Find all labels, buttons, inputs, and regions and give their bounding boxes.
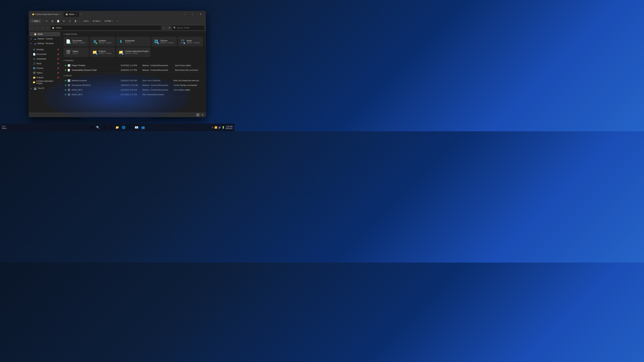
teams-button[interactable]: 👥 <box>140 124 146 130</box>
tab-home[interactable]: 🏠 Home ✕ <box>64 12 79 17</box>
address-path[interactable]: 🏠 › Home <box>51 25 161 30</box>
tab-contoso-icon: 📁 <box>32 13 34 15</box>
folder-card-pictures[interactable]: 🖼 Pictures Melissa - Contoso <box>152 37 177 46</box>
widgets-button[interactable]: ⊡ <box>108 124 114 130</box>
view-list-button[interactable]: ☰ <box>196 113 200 117</box>
tab-contoso[interactable]: 📁 Contoso Agriculture Project ✕ <box>30 12 64 17</box>
sidebar-item-personal[interactable]: ▶ ☁ Melissa - Personal <box>30 41 60 46</box>
share-button[interactable]: ↗ <box>67 18 72 24</box>
folder-card-projects[interactable]: 📁 Projects Melissa - Contoso <box>90 47 115 57</box>
windows-button[interactable]: ⊞ <box>88 124 94 130</box>
time-display: 2:30 PM <box>226 125 232 127</box>
rename-button[interactable]: ✏ <box>61 18 66 24</box>
downloads-icon: ⬇ <box>33 58 36 60</box>
sidebar-personal-chevron: ▶ <box>31 43 33 44</box>
sidebar-item-projects[interactable]: 📁 Projects 📌 <box>30 75 60 80</box>
new-button[interactable]: ＋ New ▾ <box>30 19 41 23</box>
path-dropdown[interactable]: ▾ <box>162 25 166 30</box>
store-button[interactable]: 🛍 <box>127 124 133 130</box>
paste-button[interactable]: 📋 <box>56 18 61 24</box>
cut-button[interactable]: ✂ <box>44 18 49 24</box>
wifi-icon: 📶 <box>214 126 217 129</box>
refresh-button[interactable]: ↺ <box>167 25 172 30</box>
desktop-folder-sub: Melissa - Contoso <box>99 42 112 44</box>
maximize-button[interactable]: □ <box>189 12 196 17</box>
tab-contoso-close[interactable]: ✕ <box>60 13 62 15</box>
more-button[interactable]: ⋯ <box>115 18 120 24</box>
copy-button[interactable]: ⧉ <box>50 18 55 24</box>
explorer-button[interactable]: 📁 <box>114 124 120 130</box>
minimize-button[interactable]: ─ <box>181 12 188 17</box>
sort-button[interactable]: ↕ Sort ▾ <box>81 19 91 23</box>
file-type-icon: 📝 <box>68 69 70 71</box>
clock[interactable]: 2:30 PM 4/5/2022 <box>226 125 232 129</box>
sidebar-item-music[interactable]: 🎵 Music 📌 <box>30 61 60 66</box>
filter-icon: ⊟ <box>105 20 106 22</box>
downloads-folder-sub: This PC <box>125 42 134 44</box>
add-tab-button[interactable]: + <box>79 12 84 16</box>
sidebar-item-documents[interactable]: 📄 Documents 📌 <box>30 52 60 56</box>
weather-temp: 71°F <box>2 126 6 127</box>
sidebar-downloads-label: Downloads <box>36 58 46 60</box>
videos-icon: 🎬 <box>33 72 36 74</box>
sidebar-item-agri[interactable]: 📁 Contoso Agriculture Project <box>30 80 60 84</box>
close-button[interactable]: ✕ <box>197 12 204 17</box>
downloads-pin-icon: 📌 <box>57 58 59 60</box>
search-button[interactable]: 🔍 <box>95 124 101 130</box>
sidebar-item-pictures[interactable]: 🖼 Pictures 📌 <box>30 66 60 70</box>
back-button[interactable]: ← <box>30 25 34 30</box>
file-status-dot <box>65 65 66 66</box>
taskview-button[interactable]: ❑ <box>102 124 107 130</box>
file-type-icon: 📊 <box>68 64 70 67</box>
system-tray: ∧ 📶 🔊 🔋 <box>212 126 224 129</box>
folder-card-videos[interactable]: 🎬 Videos This PC <box>64 47 89 57</box>
quick-access-header[interactable]: ▾ Quick access <box>64 33 203 35</box>
videos-pin-icon: 📌 <box>57 72 59 74</box>
up-button[interactable]: ↑ <box>46 25 50 30</box>
sidebar-item-desktop[interactable]: 🖥 Desktop 📌 <box>30 47 60 52</box>
favorites-chevron: ▾ <box>64 59 64 62</box>
sidebar-item-home[interactable]: 🏠 Home <box>30 32 60 36</box>
sidebar-desktop-label: Desktop <box>36 48 44 51</box>
edge-button[interactable]: 🌐 <box>121 124 126 130</box>
sidebar-item-contoso[interactable]: ▶ ☁ Melissa - Contoso <box>30 36 60 41</box>
toolbar-sep-2 <box>79 19 80 23</box>
favorites-header[interactable]: ▾ Favorites <box>64 59 203 62</box>
outlook-button[interactable]: 📧 <box>134 124 140 130</box>
desktop-folder-name: Desktop <box>99 39 112 42</box>
file-location: Melissa - Contoso\Documents <box>141 63 174 68</box>
folder-card-documents[interactable]: 📄 Documents Melissa - Contoso <box>64 37 89 46</box>
file-activity: Jack Purton edited <box>174 63 203 68</box>
sidebar-item-downloads[interactable]: ⬇ Downloads 📌 <box>30 57 60 61</box>
history-button[interactable]: ▾ <box>40 25 45 30</box>
sidebar-contoso-chevron: ▶ <box>31 38 33 39</box>
weather-widget[interactable]: 71°F Sunny <box>2 126 6 129</box>
tab-home-icon: 🏠 <box>66 13 68 15</box>
tab-home-close[interactable]: ✕ <box>75 13 77 15</box>
search-box[interactable]: 🔍 Search all files <box>172 25 204 30</box>
documents-sync-dot <box>69 42 71 44</box>
favorites-row[interactable]: 📝 Sustainability Research Draft 3/28/202… <box>64 68 203 72</box>
view-button[interactable]: ⊞ View ▾ <box>91 19 102 23</box>
delete-button[interactable]: 🗑 <box>73 18 78 24</box>
forward-button[interactable]: → <box>35 25 40 30</box>
tray-arrow[interactable]: ∧ <box>212 126 214 129</box>
sidebar-item-videos[interactable]: 🎬 Videos 📌 <box>30 71 60 75</box>
projects-sync-dot <box>96 53 97 55</box>
folder-card-downloads[interactable]: ⬇ Downloads This PC <box>116 37 150 46</box>
pictures-folder-name: Pictures <box>160 39 174 42</box>
view-grid-button[interactable]: ⊞ <box>200 113 204 117</box>
sidebar-thispc-label: This PC <box>38 87 44 89</box>
filter-button[interactable]: ⊟ Filter ▾ <box>103 19 114 23</box>
sort-chevron: ▾ <box>88 20 89 22</box>
search-icon: 🔍 <box>174 26 176 29</box>
agri-sync-dot <box>122 53 124 55</box>
folder-card-desktop[interactable]: 🖥 Desktop Melissa - Contoso <box>90 37 115 46</box>
folder-card-agri[interactable]: 📁 Contoso Agriculture Project Melissa - … <box>116 47 150 57</box>
weather-condition: Sunny <box>2 127 6 129</box>
cloud-personal-icon: ☁ <box>34 42 36 45</box>
favorites-row[interactable]: 📊 Project Timeline 2/14/2022 1:14 PM Mel… <box>64 63 203 68</box>
view-chevron: ▾ <box>100 20 101 22</box>
folder-card-music[interactable]: 🎵 Music Melissa - Contoso <box>178 37 203 46</box>
taskbar-right: ∧ 📶 🔊 🔋 2:30 PM 4/5/2022 <box>212 125 232 129</box>
